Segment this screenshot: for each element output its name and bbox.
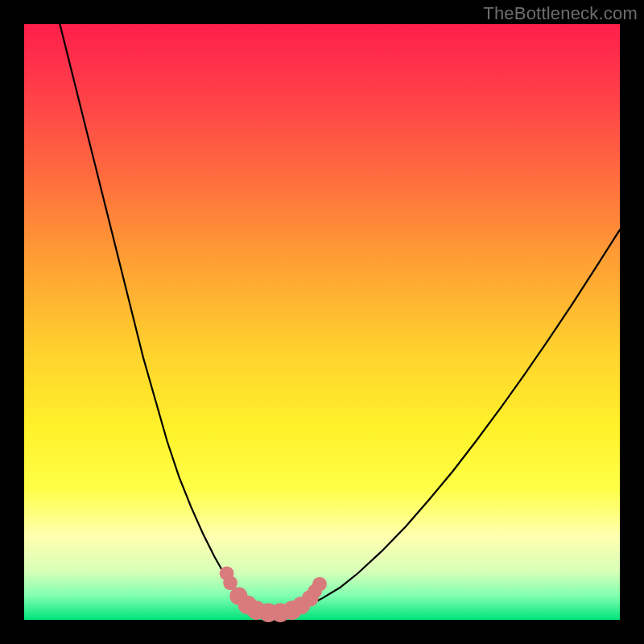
chart-stage: TheBottleneck.com [0,0,644,644]
chart-svg [24,24,620,620]
right-curve [298,229,620,609]
plot-area [24,24,620,620]
valley-markers [220,566,327,622]
watermark-text: TheBottleneck.com [483,3,638,24]
valley-marker [312,577,327,592]
left-curve [60,24,256,610]
